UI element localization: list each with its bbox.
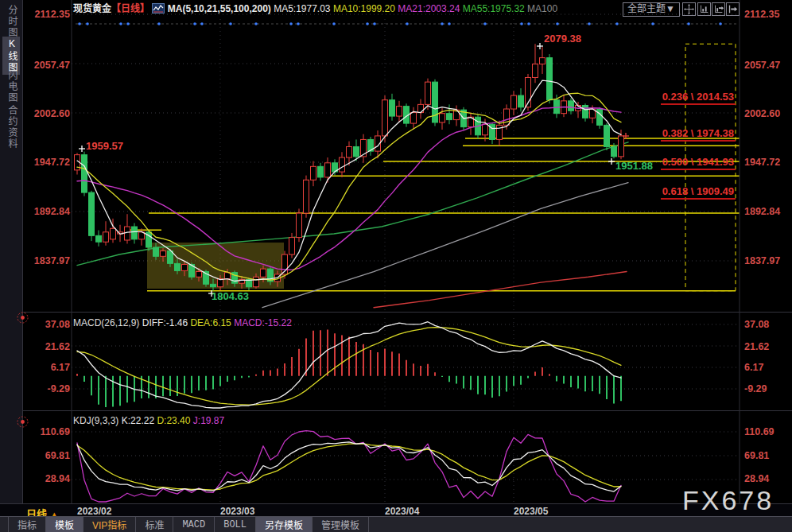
kdj-scale-label-right: 69.81 bbox=[744, 450, 792, 461]
macd-scale-label-right: 37.08 bbox=[744, 319, 792, 330]
tab-boll[interactable]: BOLL bbox=[215, 517, 256, 532]
tab-template[interactable]: 模板 bbox=[46, 517, 83, 532]
main-price-label-left: 2002.60 bbox=[24, 108, 70, 119]
x-axis-scale-icon[interactable] bbox=[712, 2, 725, 16]
kdj-scale-label-left: 28.94 bbox=[24, 473, 70, 484]
macd-dea-value: DEA:6.15 bbox=[190, 317, 231, 328]
kdj-k-value: K:22.22 bbox=[122, 415, 154, 426]
tab-indicators[interactable]: 指标 bbox=[8, 517, 46, 532]
main-price-label-right: 1837.97 bbox=[744, 255, 792, 266]
date-label: 2023/02 bbox=[77, 506, 111, 517]
ma21-value: MA21:2003.24 bbox=[398, 3, 460, 14]
kdj-j-value: J:19.87 bbox=[193, 415, 224, 426]
main-price-label-left: 1837.97 bbox=[24, 255, 70, 266]
trading-app-window: 分时图K线图闪电图合约资料 现货黄金【日线】 MA(5,10,21,55,100… bbox=[0, 0, 792, 532]
fib-level-0236: 0.236 \ 2014.53 bbox=[661, 91, 736, 105]
main-price-label-left: 1892.84 bbox=[24, 206, 70, 217]
macd-params: MACD(26,12,9) bbox=[73, 317, 139, 328]
main-price-label-right: 2002.60 bbox=[744, 108, 792, 119]
ma5-value: MA5:1977.03 bbox=[274, 3, 330, 14]
macd-bar-value: MACD:-15.22 bbox=[234, 317, 292, 328]
macd-scale-label-left: 21.62 bbox=[24, 341, 70, 352]
macd-scale-label-right: 21.62 bbox=[744, 341, 792, 352]
main-price-label-left: 2112.35 bbox=[24, 9, 70, 20]
kdj-params: KDJ(9,3,3) bbox=[73, 415, 118, 426]
kdj-header: KDJ(9,3,3) K:22.22 D:23.40 J:19.87 bbox=[73, 414, 224, 427]
annotation-feb-low: 1804.63 bbox=[212, 290, 249, 302]
kdj-scale-label-right: 28.94 bbox=[744, 473, 792, 484]
macd-scale-label-left: 6.17 bbox=[24, 362, 70, 373]
annotation-top-high: 2079.38 bbox=[544, 33, 581, 45]
macd-scale-label-right: -9.29 bbox=[744, 383, 792, 394]
macd-scale-label-left: 37.08 bbox=[24, 319, 70, 330]
date-label: 2023/03 bbox=[220, 506, 254, 517]
main-price-label-left: 2057.47 bbox=[24, 60, 70, 71]
tab-standard[interactable]: 标准 bbox=[136, 517, 173, 532]
kdj-d-value: D:23.40 bbox=[157, 415, 190, 426]
ma10-value: MA10:1999.20 bbox=[333, 3, 395, 14]
kdj-scale-label-left: 69.81 bbox=[24, 450, 70, 461]
tab-macd[interactable]: MACD bbox=[173, 517, 215, 532]
macd-diff-value: DIFF:-1.46 bbox=[142, 317, 188, 328]
chart-canvas[interactable] bbox=[0, 0, 792, 532]
date-label: 2023/05 bbox=[514, 506, 548, 517]
main-price-label-right: 2057.47 bbox=[744, 60, 792, 71]
macd-scale-label-right: 6.17 bbox=[744, 362, 792, 373]
main-price-label-right: 1892.84 bbox=[744, 206, 792, 217]
theme-dropdown-button[interactable]: 全部主题▼ bbox=[623, 2, 680, 17]
main-chart-header: 现货黄金【日线】 MA(5,10,21,55,100,200) MA5:1977… bbox=[73, 2, 557, 15]
kdj-scale-label-left: 110.69 bbox=[24, 426, 70, 437]
fib-level-0618: 0.618 \ 1909.49 bbox=[661, 185, 736, 200]
main-price-label-right: 2112.35 bbox=[744, 9, 792, 20]
pan-crosshair-icon[interactable] bbox=[682, 2, 696, 16]
symbol-title: 现货黄金 bbox=[73, 3, 111, 14]
ma55-value: MA55:1975.32 bbox=[463, 3, 525, 14]
macd-scale-label-left: -9.29 bbox=[24, 383, 70, 394]
watermark: FX678 bbox=[682, 485, 774, 516]
annotation-first-high: 1959.57 bbox=[86, 140, 123, 152]
y-axis-scale-icon[interactable] bbox=[697, 2, 711, 16]
tab-manage-template[interactable]: 管理模板 bbox=[313, 517, 369, 532]
tab-save-template[interactable]: 另存模板 bbox=[256, 517, 313, 532]
bottom-tab-bar: 指标模板VIP指标标准MACDBOLL另存模板管理模板 bbox=[0, 516, 792, 532]
date-axis: 日线 ▲ 2023/022023/032023/042023/05 bbox=[0, 503, 792, 517]
ma100-label: MA100 bbox=[527, 3, 557, 14]
shift-right-icon[interactable] bbox=[726, 2, 740, 16]
fib-level-0500: 0.500 \ 1941.93 bbox=[661, 156, 736, 170]
date-label: 2023/04 bbox=[385, 506, 419, 517]
macd-header: MACD(26,12,9) DIFF:-1.46 DEA:6.15 MACD:-… bbox=[73, 316, 292, 329]
kdj-scale-label-right: 110.69 bbox=[744, 426, 792, 437]
period-tag: 【日线】 bbox=[111, 3, 149, 14]
annotation-may-low: 1951.88 bbox=[615, 160, 653, 172]
main-price-label-left: 1947.72 bbox=[24, 157, 70, 168]
ma-params: MA(5,10,21,55,100,200) bbox=[168, 3, 271, 14]
tab-vip-indicators[interactable]: VIP指标 bbox=[83, 517, 136, 532]
chart-type-icon bbox=[152, 3, 165, 14]
main-price-label-right: 1947.72 bbox=[744, 157, 792, 168]
fib-level-0382: 0.382 \ 1974.38 bbox=[661, 127, 736, 142]
